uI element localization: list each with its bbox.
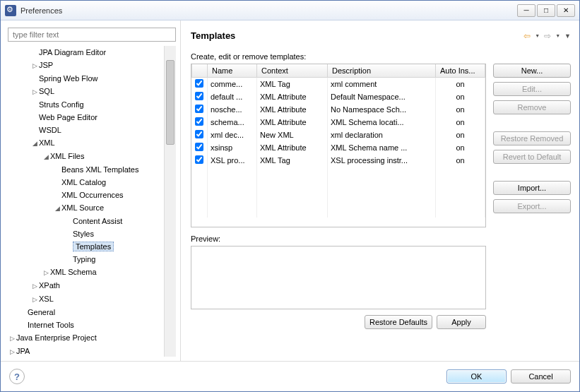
preview-box[interactable] <box>191 246 486 309</box>
tree-item[interactable]: WSDL <box>8 124 176 136</box>
tree-item[interactable]: ◢XML <box>8 136 176 150</box>
tree-label[interactable]: XML Schema <box>50 268 97 276</box>
import-button[interactable]: Import... <box>493 181 571 195</box>
tree-label[interactable]: XSL <box>39 295 54 303</box>
tree-item[interactable]: Templates <box>8 240 176 253</box>
row-checkbox[interactable] <box>195 79 203 88</box>
collapse-icon[interactable]: ▷ <box>30 59 39 72</box>
close-button[interactable]: ✕ <box>557 4 575 17</box>
tree-item[interactable]: Struts Config <box>8 98 176 111</box>
restore-removed-button[interactable]: Restore Removed <box>493 131 571 145</box>
tree-item[interactable]: Styles <box>8 227 176 240</box>
expand-icon[interactable]: ◢ <box>30 137 39 150</box>
revert-button[interactable]: Revert to Default <box>493 150 571 164</box>
table-row[interactable]: schema...XML AttributeXML Schema locati.… <box>192 116 485 129</box>
col-auto[interactable]: Auto Ins... <box>436 64 485 78</box>
collapse-icon[interactable]: ▷ <box>30 293 39 306</box>
expand-icon[interactable]: ◢ <box>42 150 50 163</box>
forward-icon[interactable]: ⇨ <box>544 31 551 41</box>
tree-label[interactable]: XML Files <box>50 152 85 160</box>
row-checkbox[interactable] <box>195 117 203 126</box>
tree-label[interactable]: Typing <box>73 255 95 263</box>
col-check[interactable] <box>192 64 208 78</box>
tree-item[interactable]: General <box>8 306 176 319</box>
tree-label[interactable]: SQL <box>39 87 54 95</box>
minimize-button[interactable]: ─ <box>517 4 535 17</box>
cancel-button[interactable]: Cancel <box>511 369 571 384</box>
col-context[interactable]: Context <box>257 64 328 78</box>
tree-item[interactable]: ▷JSP <box>8 59 176 72</box>
ok-button[interactable]: OK <box>446 369 507 384</box>
collapse-icon[interactable]: ▷ <box>8 332 16 345</box>
collapse-icon[interactable]: ▷ <box>42 266 50 279</box>
table-row[interactable]: default ...XML AttributeDefault Namespac… <box>192 90 485 103</box>
tree-label[interactable]: Internet Tools <box>28 321 74 329</box>
tree-label[interactable]: Web Page Editor <box>39 113 97 121</box>
tree-item[interactable]: ▷JPA <box>8 345 176 357</box>
tree-label[interactable]: JPA <box>16 347 30 355</box>
tree-item[interactable]: Content Assist <box>8 215 176 227</box>
page-menu-icon[interactable]: ▼ <box>564 32 571 40</box>
col-name[interactable]: Name <box>208 64 257 78</box>
tree-scroll[interactable]: JPA Diagram Editor▷JSPSpring Web Flow▷SQ… <box>8 46 176 357</box>
tree-label[interactable]: Styles <box>73 230 94 238</box>
tree-item[interactable]: Web Page Editor <box>8 111 176 124</box>
filter-input[interactable] <box>8 28 176 42</box>
maximize-button[interactable]: □ <box>537 4 555 17</box>
row-checkbox[interactable] <box>195 105 203 113</box>
table-row[interactable]: xml dec...New XMLxml declarationon <box>192 129 485 141</box>
table-row[interactable]: xsinspXML AttributeXML Schema name ...on <box>192 141 485 154</box>
tree-item[interactable]: ◢XML Files <box>8 150 176 163</box>
table-row[interactable]: nosche...XML AttributeNo Namespace Sch..… <box>192 103 485 116</box>
tree-label[interactable]: Spring Web Flow <box>39 74 98 83</box>
tree-label[interactable]: XML <box>39 138 55 147</box>
tree-item[interactable]: XML Occurrences <box>8 189 176 201</box>
scroll-thumb[interactable] <box>166 60 174 145</box>
tree-label[interactable]: XML Catalog <box>61 178 106 186</box>
tree-label[interactable]: XML Source <box>61 203 104 212</box>
back-dropdown-icon[interactable]: ▼ <box>535 33 540 38</box>
table-row[interactable]: XSL pro...XML TagXSL processing instr...… <box>192 154 485 167</box>
edit-button[interactable]: Edit... <box>493 82 571 96</box>
expand-icon[interactable]: ◢ <box>53 202 61 215</box>
tree-item[interactable]: Spring Web Flow <box>8 72 176 85</box>
tree-item[interactable]: ▷Java Enterprise Project <box>8 331 176 345</box>
tree-label[interactable]: XML Occurrences <box>61 191 124 199</box>
tree-label[interactable]: Java Enterprise Project <box>16 333 97 342</box>
row-checkbox[interactable] <box>195 92 203 100</box>
tree-item[interactable]: ▷XPath <box>8 279 176 292</box>
tree-item[interactable]: XML Catalog <box>8 176 176 189</box>
remove-button[interactable]: Remove <box>493 100 571 114</box>
tree-scrollbar[interactable] <box>164 46 176 357</box>
tree-label[interactable]: Content Assist <box>73 217 122 225</box>
tree-item[interactable]: Typing <box>8 253 176 266</box>
tree-item[interactable]: ◢XML Source <box>8 201 176 215</box>
tree-item[interactable]: JPA Diagram Editor <box>8 46 176 59</box>
row-checkbox[interactable] <box>195 155 203 164</box>
tree-label[interactable]: JSP <box>39 61 53 69</box>
tree-item[interactable]: ▷SQL <box>8 85 176 98</box>
tree-item[interactable]: Internet Tools <box>8 319 176 331</box>
tree-label[interactable]: General <box>28 308 55 316</box>
table-row[interactable]: comme...XML Tagxml commenton <box>192 78 485 91</box>
tree-label[interactable]: WSDL <box>39 126 61 134</box>
apply-button[interactable]: Apply <box>437 315 486 329</box>
row-checkbox[interactable] <box>195 130 203 138</box>
collapse-icon[interactable]: ▷ <box>30 85 39 98</box>
back-icon[interactable]: ⇦ <box>523 31 531 41</box>
col-description[interactable]: Description <box>328 64 436 78</box>
restore-defaults-button[interactable]: Restore Defaults <box>365 315 432 329</box>
collapse-icon[interactable]: ▷ <box>8 345 16 357</box>
tree-item[interactable]: ▷XML Schema <box>8 266 176 279</box>
collapse-icon[interactable]: ▷ <box>30 280 39 292</box>
export-button[interactable]: Export... <box>493 199 571 213</box>
tree-item[interactable]: ▷XSL <box>8 292 176 306</box>
tree-label[interactable]: Templates <box>73 242 114 251</box>
tree-label[interactable]: Beans XML Templates <box>61 165 138 174</box>
tree-label[interactable]: JPA Diagram Editor <box>39 48 106 57</box>
forward-dropdown-icon[interactable]: ▼ <box>555 33 560 38</box>
row-checkbox[interactable] <box>195 143 203 151</box>
tree-item[interactable]: Beans XML Templates <box>8 163 176 176</box>
tree-label[interactable]: Struts Config <box>39 100 84 109</box>
help-icon[interactable]: ? <box>9 369 25 384</box>
